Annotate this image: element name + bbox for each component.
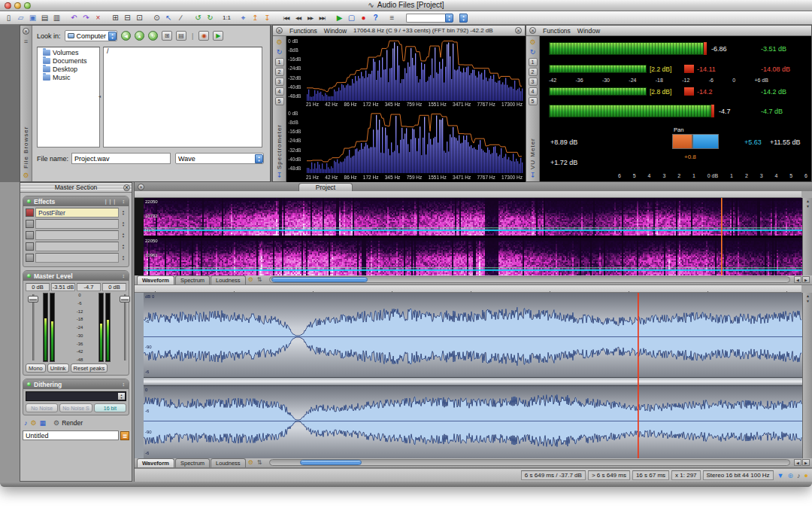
forward-icon[interactable]: ▶▶ xyxy=(305,13,315,23)
window-menu[interactable]: Window xyxy=(577,27,600,35)
toolbar-combo-value[interactable] xyxy=(406,14,445,23)
filter-funnel-icon[interactable]: ▼ xyxy=(777,472,784,479)
loop-forward-icon[interactable]: ↻ xyxy=(205,13,215,23)
preset-button[interactable]: 5 xyxy=(275,97,284,105)
wrench-icon[interactable]: ⚙ xyxy=(276,38,282,46)
location-dropdown[interactable]: Computer xyxy=(65,30,118,41)
spectrogram-scrollbar[interactable] xyxy=(269,276,791,283)
effect-slot-field[interactable] xyxy=(35,253,119,263)
refresh-button[interactable]: ↻ xyxy=(148,31,158,41)
file-type-stepper-icon[interactable] xyxy=(255,154,263,163)
export-icon[interactable]: ↧ xyxy=(277,172,283,179)
functions-menu[interactable]: Functions xyxy=(543,27,571,35)
sync-icon[interactable]: ⊛ xyxy=(788,472,794,479)
effect-slot-row[interactable] xyxy=(26,253,126,263)
monitor-icon[interactable]: ▢ xyxy=(347,13,356,23)
fader-right[interactable] xyxy=(121,294,129,360)
open-folder-icon[interactable]: ▱ xyxy=(16,13,26,23)
redo-icon[interactable]: ↷ xyxy=(81,13,91,23)
status-box[interactable]: 6 s 649 ms / -37.7 dB xyxy=(521,470,586,480)
file-list[interactable]: / xyxy=(103,47,262,148)
close-vu-meter-button[interactable] xyxy=(529,27,536,34)
toolbar-mini-dropdown[interactable] xyxy=(459,14,468,23)
notes-icon[interactable]: ≣ xyxy=(120,431,129,440)
effects-sliders-icon[interactable]: ❘❘❘ xyxy=(104,199,117,205)
refresh-icon[interactable]: ↻ xyxy=(277,48,283,56)
functions-menu[interactable]: Functions xyxy=(289,27,317,35)
dithering-stepper-icon[interactable] xyxy=(118,393,125,400)
toolbar-combo[interactable] xyxy=(406,14,453,23)
new-file-icon[interactable]: ▯ xyxy=(4,13,14,23)
effect-slot-row[interactable] xyxy=(26,242,126,251)
delete-icon[interactable]: × xyxy=(93,13,103,23)
dithering-dropdown[interactable] xyxy=(26,391,126,401)
go-start-icon[interactable]: |◀◀ xyxy=(281,13,291,23)
zoom-level-label[interactable]: 1:1 xyxy=(222,13,232,23)
save-as-icon[interactable]: ▥ xyxy=(52,13,62,23)
effects-header[interactable]: Effects ❘❘❘ ↕ xyxy=(23,196,129,206)
waveform-time-ruler[interactable]: 6 s7 s8 s9 s10 s11 s12 s13 s14 s xyxy=(135,285,801,293)
level-button[interactable]: Mono xyxy=(26,364,46,373)
folder-item[interactable]: Desktop xyxy=(38,65,99,74)
loop-back-icon[interactable]: ↺ xyxy=(193,13,203,23)
preset-button[interactable]: 4 xyxy=(275,87,284,96)
level-button[interactable]: Reset peaks xyxy=(71,364,108,373)
record-icon[interactable]: ● xyxy=(359,13,368,23)
marker-icon[interactable]: ⌖ xyxy=(238,13,248,23)
folder-item[interactable]: Documents xyxy=(38,57,99,65)
close-file-browser-button[interactable] xyxy=(23,28,29,35)
sort-icon[interactable]: ⇅ xyxy=(257,459,262,466)
undo-icon[interactable]: ↶ xyxy=(69,13,79,23)
preset-button[interactable]: 1 xyxy=(275,58,284,66)
close-spectrometer-button[interactable] xyxy=(276,27,283,34)
fader-right-handle[interactable] xyxy=(120,296,130,303)
speaker-icon[interactable]: ♪ xyxy=(797,472,801,479)
go-end-icon[interactable]: ▶▶| xyxy=(317,13,327,23)
scroll-right-button[interactable]: ▶ xyxy=(802,276,810,283)
view-tab[interactable]: Spectrum xyxy=(175,458,210,467)
wrench-icon[interactable]: ⚙ xyxy=(248,459,253,466)
view-tab[interactable]: Spectrum xyxy=(175,275,210,284)
close-spectrometer-button-2[interactable] xyxy=(515,27,522,34)
monitor-icon[interactable]: ▦ xyxy=(40,419,47,427)
folder-item[interactable]: Music xyxy=(38,74,99,82)
render-button[interactable]: ⚙ Render xyxy=(53,419,83,427)
options-icon[interactable]: ≡ xyxy=(24,38,28,45)
home-button[interactable]: ◉ xyxy=(198,31,209,41)
levels-icon[interactable]: ≡ xyxy=(387,13,397,23)
effect-slot-stepper-icon[interactable] xyxy=(120,220,126,229)
status-box[interactable]: Stereo 16 bit 44 100 Hz xyxy=(703,470,774,480)
preset-button[interactable]: 5 xyxy=(529,97,538,105)
dithering-collapse-icon[interactable]: ↕ xyxy=(123,382,126,387)
nudge-down-icon[interactable]: ↧ xyxy=(262,13,272,23)
master-file-name[interactable]: Untitled xyxy=(23,430,119,440)
back-button[interactable]: ◀ xyxy=(121,31,131,41)
folder-tree[interactable]: Volumes Documents Desktop Music xyxy=(37,47,100,148)
master-level-collapse-icon[interactable]: ↕ xyxy=(123,273,126,278)
file-name-input[interactable]: Project.wav xyxy=(71,153,171,164)
pane-collapse-handle[interactable]: ◂ xyxy=(98,93,101,99)
preset-button[interactable]: 3 xyxy=(529,78,538,86)
paste-icon[interactable]: ⊟ xyxy=(123,13,132,23)
effect-slot-field[interactable] xyxy=(35,219,119,229)
dithering-header[interactable]: Dithering ↕ xyxy=(23,379,129,389)
folder-item[interactable]: Volumes xyxy=(38,49,99,57)
status-box[interactable]: 16 s 67 ms xyxy=(632,470,669,480)
effect-slot-field[interactable] xyxy=(35,242,119,251)
dithering-button[interactable]: No Noise S xyxy=(59,403,92,412)
view-tab[interactable]: Waveform xyxy=(137,275,174,284)
view-tab[interactable]: Waveform xyxy=(137,458,174,467)
file-type-dropdown[interactable]: Wave xyxy=(175,153,264,164)
preset-button[interactable]: 2 xyxy=(529,68,538,76)
attributes-icon[interactable]: ⊡ xyxy=(135,13,144,23)
preset-button[interactable]: 4 xyxy=(529,87,538,96)
preset-button[interactable]: 3 xyxy=(275,78,284,86)
view-grid-button[interactable]: ⊞ xyxy=(162,31,172,41)
effect-slot-row[interactable] xyxy=(26,230,126,240)
up-button[interactable]: ▲ xyxy=(135,31,144,41)
toolbar-mini-stepper-icon[interactable] xyxy=(459,14,468,23)
wrench-icon[interactable]: ⚙ xyxy=(31,419,37,427)
waveform-display[interactable] xyxy=(144,293,802,458)
effect-slot-stepper-icon[interactable] xyxy=(120,254,126,263)
waveform-scroll-thumb[interactable] xyxy=(300,460,362,465)
